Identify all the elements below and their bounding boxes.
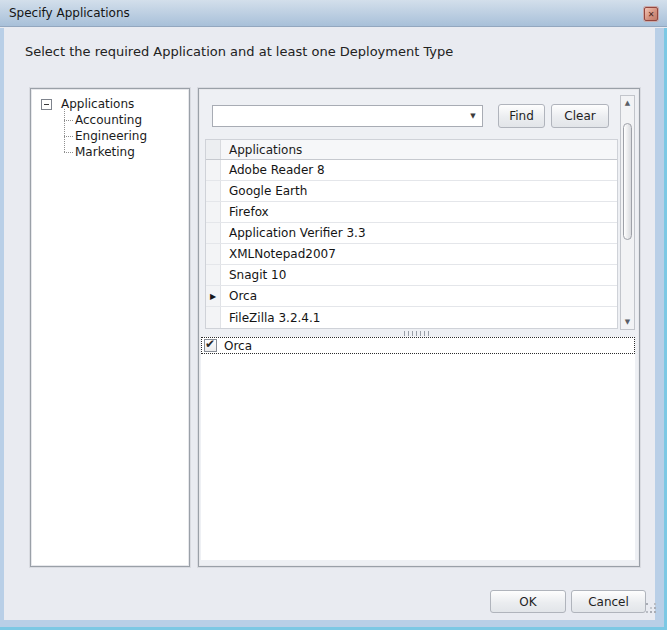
row-selector-cell: ▶ bbox=[206, 181, 221, 201]
find-button[interactable]: Find bbox=[498, 104, 545, 128]
check-mark-icon: ✔ bbox=[205, 337, 215, 351]
current-row-arrow-icon: ▶ bbox=[210, 292, 216, 301]
window-border-right bbox=[655, 28, 664, 630]
grid-row[interactable]: ▶ Adobe Reader 8 bbox=[206, 160, 617, 181]
grid-selector-header bbox=[206, 140, 221, 159]
grid-row[interactable]: ▶ Firefox bbox=[206, 202, 617, 223]
search-combobox[interactable]: ▼ bbox=[212, 105, 483, 127]
window-title: Specify Applications bbox=[0, 6, 130, 20]
chevron-down-icon: ▼ bbox=[470, 112, 475, 120]
window-border-left bbox=[0, 28, 4, 620]
application-name-cell: Snagit 10 bbox=[221, 265, 617, 285]
deployment-type-label: Orca bbox=[224, 339, 252, 353]
row-selector-cell: ▶ bbox=[206, 244, 221, 264]
arrow-up-icon: ▲ bbox=[625, 99, 630, 107]
row-selector-cell: ▶ bbox=[206, 160, 221, 180]
clear-button[interactable]: Clear bbox=[551, 104, 609, 128]
resize-grip[interactable] bbox=[646, 603, 658, 615]
applications-grid: Applications ▶ Adobe Reader 8 ▶ Google E… bbox=[205, 139, 618, 329]
tree-item-label: Engineering bbox=[75, 129, 147, 143]
collapse-minus-icon[interactable] bbox=[41, 99, 52, 110]
splitter-grip-icon bbox=[404, 331, 430, 336]
application-name-cell: Application Verifier 3.3 bbox=[221, 223, 617, 243]
grid-header-row: Applications bbox=[206, 140, 617, 160]
application-name-cell: FileZilla 3.2.4.1 bbox=[221, 307, 617, 328]
specify-applications-dialog: Specify Applications ✕ Select the requir… bbox=[0, 0, 667, 630]
row-selector-cell: ▶ bbox=[206, 265, 221, 285]
row-selector-cell: ▶ bbox=[206, 307, 221, 328]
applications-tree-panel: Applications Accounting Engineering Mark… bbox=[30, 88, 190, 567]
checkbox-checked-icon[interactable]: ✔ bbox=[204, 339, 217, 352]
application-name-cell: Firefox bbox=[221, 202, 617, 222]
row-selector-cell: ▶ bbox=[206, 223, 221, 243]
scroll-up-button[interactable]: ▲ bbox=[621, 96, 634, 110]
row-selector-cell: ▶ bbox=[206, 202, 221, 222]
instruction-label: Select the required Application and at l… bbox=[25, 44, 453, 59]
grid-rows: ▶ Adobe Reader 8 ▶ Google Earth ▶ Firefo… bbox=[206, 160, 617, 328]
tree-item-marketing[interactable]: Marketing bbox=[64, 144, 189, 160]
vertical-scrollbar[interactable]: ▲ ▼ bbox=[620, 95, 635, 330]
arrow-down-icon: ▼ bbox=[625, 318, 630, 326]
tree-root-label: Applications bbox=[57, 97, 134, 111]
grid-column-header[interactable]: Applications bbox=[221, 140, 617, 159]
search-input[interactable] bbox=[213, 106, 464, 126]
titlebar[interactable]: Specify Applications ✕ bbox=[0, 0, 667, 27]
tree-children: Accounting Engineering Marketing bbox=[64, 112, 189, 160]
scrollbar-thumb[interactable] bbox=[623, 123, 632, 240]
grid-row[interactable]: ▶ Orca bbox=[206, 286, 617, 307]
grid-row[interactable]: ▶ Google Earth bbox=[206, 181, 617, 202]
application-name-cell: XMLNotepad2007 bbox=[221, 244, 617, 264]
tree-item-accounting[interactable]: Accounting bbox=[64, 112, 189, 128]
row-selector-cell: ▶ bbox=[206, 286, 221, 306]
grid-row[interactable]: ▶ XMLNotepad2007 bbox=[206, 244, 617, 265]
window-border-bottom bbox=[0, 620, 664, 627]
grid-row[interactable]: ▶ FileZilla 3.2.4.1 bbox=[206, 307, 617, 328]
application-selection-panel: ▼ Find Clear Applications ▶ Adobe Reader… bbox=[198, 88, 640, 567]
grid-row[interactable]: ▶ Snagit 10 bbox=[206, 265, 617, 286]
cancel-button[interactable]: Cancel bbox=[571, 590, 646, 613]
horizontal-splitter[interactable] bbox=[199, 330, 635, 336]
application-name-cell: Orca bbox=[221, 286, 617, 306]
deployment-type-item[interactable]: ✔ Orca bbox=[201, 337, 635, 354]
deployment-type-list[interactable]: ✔ Orca bbox=[201, 337, 635, 560]
scroll-down-button[interactable]: ▼ bbox=[621, 315, 634, 329]
application-name-cell: Google Earth bbox=[221, 181, 617, 201]
tree-item-engineering[interactable]: Engineering bbox=[64, 128, 189, 144]
grid-row[interactable]: ▶ Application Verifier 3.3 bbox=[206, 223, 617, 244]
application-name-cell: Adobe Reader 8 bbox=[221, 160, 617, 180]
ok-button[interactable]: OK bbox=[490, 590, 566, 613]
tree-item-label: Accounting bbox=[75, 113, 142, 127]
tree-item-label: Marketing bbox=[75, 145, 135, 159]
combo-dropdown-button[interactable]: ▼ bbox=[464, 106, 482, 126]
applications-tree: Applications Accounting Engineering Mark… bbox=[31, 89, 189, 160]
close-icon: ✕ bbox=[648, 10, 655, 19]
close-button[interactable]: ✕ bbox=[644, 7, 658, 21]
